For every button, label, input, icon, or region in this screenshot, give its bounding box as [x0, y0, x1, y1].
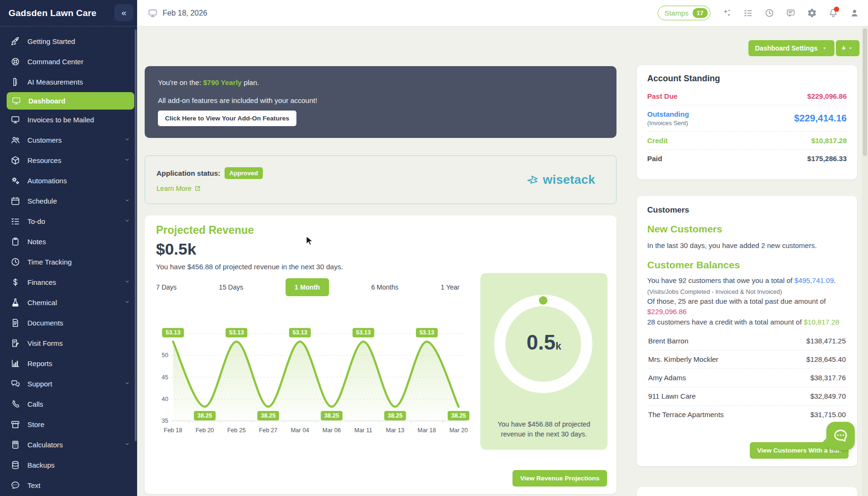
sidebar-collapse-button[interactable]: « [114, 4, 133, 21]
point-label: 38.25 [257, 411, 279, 420]
sidebar-item-schedule[interactable]: Schedule [0, 191, 137, 211]
gears-icon [9, 175, 21, 187]
page-scrollbar-thumb[interactable] [863, 28, 867, 156]
customer-balances-heading: Customer Balances [647, 259, 847, 271]
bell-icon[interactable] [828, 8, 838, 18]
plus-label: + [842, 43, 846, 53]
sidebar-header: Gadsden Lawn Care « [0, 0, 137, 26]
svg-text:40: 40 [162, 396, 168, 402]
svg-text:53.13: 53.13 [165, 329, 180, 336]
svg-text:38.25: 38.25 [324, 412, 339, 419]
sidebar-item-label: Support [27, 380, 52, 388]
credit-amount: $10,817.28 [804, 318, 839, 326]
sparkles-icon[interactable] [722, 8, 732, 18]
customer-row[interactable]: Brent Barron$138,471.25 [647, 332, 847, 350]
sidebar-item-store[interactable]: Store [0, 414, 137, 435]
customer-row[interactable]: 911 Lawn Care$32,849.70 [647, 387, 847, 405]
svg-text:Mar 18: Mar 18 [417, 427, 436, 434]
range-tab-1-year[interactable]: 1 Year [441, 283, 460, 291]
database-icon [9, 460, 21, 471]
customer-row[interactable]: Mrs. Kimberly Mockler$128,645.40 [647, 350, 847, 368]
page-scrollbar[interactable] [862, 26, 868, 496]
range-tab-1-month[interactable]: 1 Month [286, 278, 329, 296]
list-check-icon[interactable] [743, 8, 753, 18]
svg-text:Feb 18: Feb 18 [164, 427, 182, 434]
learn-more-link[interactable]: Learn More [156, 185, 263, 192]
message-icon[interactable] [786, 8, 796, 18]
credit-prefix: 28 customers have a credit with a total … [647, 318, 804, 326]
sidebar-item-notes[interactable]: Notes [0, 231, 137, 252]
svg-text:Feb 27: Feb 27 [259, 427, 278, 434]
chat-bubble-icon [833, 428, 849, 444]
sidebar-item-text[interactable]: Text [0, 475, 137, 496]
customer-name: Brent Barron [648, 337, 688, 345]
svg-text:Feb 20: Feb 20 [196, 427, 214, 434]
chevron-down-icon [124, 441, 130, 449]
stamps-button[interactable]: Stamps 17 [658, 6, 711, 20]
sidebar-item-label: Text [27, 481, 41, 489]
account-row-outstanding: Outstanding(Invoices Sent)$229,414.16 [647, 105, 847, 131]
dashboard-settings-label: Dashboard Settings [755, 44, 817, 52]
view-addons-button[interactable]: Click Here to View Your Add-On Features [158, 111, 296, 126]
caret-down-icon [847, 45, 854, 51]
gear-icon[interactable] [807, 8, 817, 18]
sidebar-nav-list: Getting StartedCommand CenterAI Measurem… [0, 26, 137, 496]
sidebar-scrollbar[interactable] [135, 29, 137, 441]
sidebar-item-to-do[interactable]: To-do [0, 211, 137, 231]
range-tab-7-days[interactable]: 7 Days [156, 283, 177, 291]
customer-balance-list: Brent Barron$138,471.25Mrs. Kimberly Moc… [647, 332, 847, 424]
plan-name: $790 Yearly [203, 78, 242, 86]
sidebar-item-dashboard[interactable]: Dashboard [7, 92, 134, 110]
sidebar-item-label: Visit Forms [27, 339, 63, 347]
balances-note: (Visits/Jobs Completed - Invoiced & Not … [647, 288, 847, 297]
sidebar-item-calculators[interactable]: Calculators [0, 435, 137, 455]
svg-text:Mar 11: Mar 11 [355, 427, 373, 434]
sidebar-item-automations[interactable]: Automations [0, 171, 137, 191]
clipboard-icon [9, 236, 21, 248]
projected-revenue-amount: $0.5k [156, 240, 196, 258]
user-icon[interactable] [850, 8, 859, 18]
sidebar-item-invoices-to-be-mailed[interactable]: Invoices to be Mailed [0, 110, 137, 130]
sidebar-item-label: Documents [27, 319, 63, 327]
view-revenue-projections-button[interactable]: View Revenue Projections [512, 470, 607, 487]
visit-form-icon [9, 338, 21, 349]
sidebar-item-label: To-do [27, 217, 45, 225]
svg-text:38.25: 38.25 [388, 412, 402, 419]
sidebar-item-visit-forms[interactable]: Visit Forms [0, 333, 137, 353]
support-icon [9, 378, 21, 390]
sidebar-item-reports[interactable]: Reports [0, 353, 137, 374]
cube-icon [9, 155, 21, 166]
clock-icon[interactable] [764, 8, 774, 18]
sidebar-item-chemical[interactable]: Chemical [0, 292, 137, 313]
customer-row[interactable]: Amy Adams$38,317.76 [647, 368, 847, 387]
account-row-label: Paid [647, 154, 662, 162]
revenue-gauge-card: 0.5k You have $456.88 of projected reven… [480, 273, 608, 450]
sidebar-item-ai-measurements[interactable]: AI Measurements [0, 72, 137, 92]
sidebar-item-command-center[interactable]: Command Center [0, 51, 137, 72]
sidebar-item-time-tracking[interactable]: Time Tracking [0, 252, 137, 272]
chevron-down-icon [124, 278, 130, 286]
sidebar-item-finances[interactable]: Finances [0, 272, 137, 292]
sidebar-item-backups[interactable]: Backups [0, 455, 137, 475]
sidebar-item-support[interactable]: Support [0, 374, 137, 394]
range-tab-15-days[interactable]: 15 Days [219, 283, 243, 291]
gauge-value: 0.5k [480, 331, 608, 354]
svg-text:53.13: 53.13 [356, 329, 371, 336]
sidebar-item-resources[interactable]: Resources [0, 150, 137, 171]
sidebar-item-customers[interactable]: Customers [0, 130, 137, 150]
past-due-prefix: Of those, 25 are past due with a total p… [647, 297, 826, 305]
sidebar-item-documents[interactable]: Documents [0, 313, 137, 333]
sidebar-item-getting-started[interactable]: Getting Started [0, 31, 137, 51]
sidebar-item-calls[interactable]: Calls [0, 394, 137, 414]
plan-line-prefix: You're on the: [158, 78, 203, 86]
dashboard-settings-button[interactable]: Dashboard Settings [748, 40, 834, 56]
notification-dot [834, 7, 839, 12]
calculator-icon [9, 439, 21, 451]
customers-title: Customers [647, 205, 847, 215]
customer-row[interactable]: The Terrace Apartments$31,715.00 [647, 405, 847, 424]
range-tab-6-months[interactable]: 6 Months [371, 283, 399, 291]
chat-widget-button[interactable] [826, 422, 855, 450]
add-widget-button[interactable]: + [836, 40, 859, 56]
sidebar-item-label: Automations [27, 177, 67, 185]
account-row-value: $175,286.33 [807, 154, 847, 162]
